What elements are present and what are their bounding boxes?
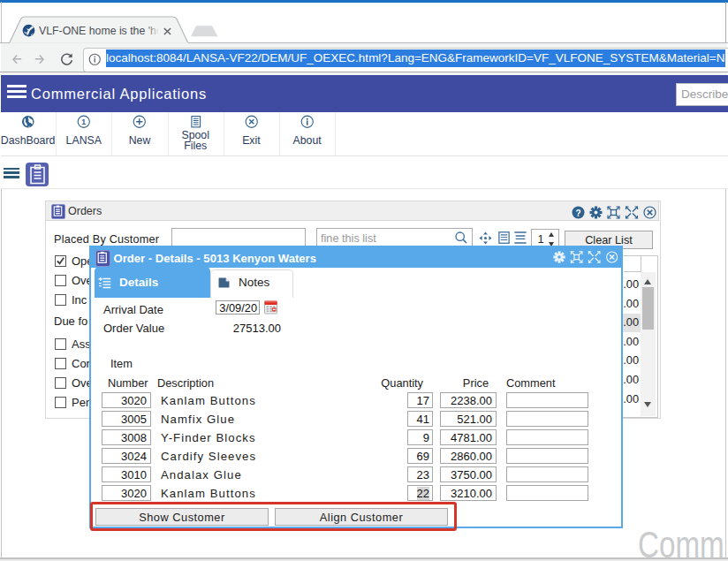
svg-text:1: 1 — [82, 118, 87, 126]
svg-text:?: ? — [575, 208, 580, 218]
